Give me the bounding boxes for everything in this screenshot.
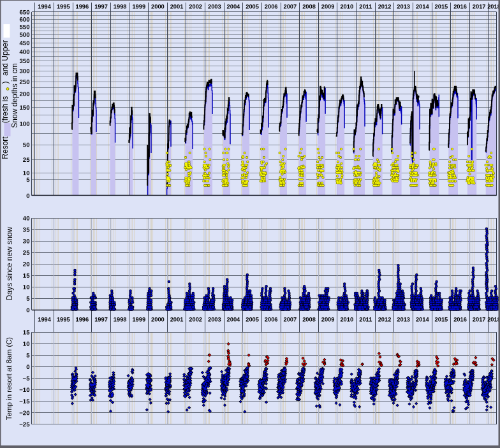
- svg-text:−5: −5: [23, 375, 31, 382]
- svg-text:2003: 2003: [208, 3, 221, 10]
- svg-text:2010: 2010: [340, 317, 353, 323]
- svg-text:2013: 2013: [397, 317, 410, 323]
- svg-text:1994: 1994: [38, 317, 52, 323]
- svg-text:2003: 2003: [208, 317, 221, 323]
- svg-text:600: 600: [19, 16, 29, 23]
- svg-text:2011: 2011: [359, 317, 372, 323]
- svg-text:35: 35: [23, 226, 30, 233]
- svg-text:1996: 1996: [76, 3, 89, 10]
- svg-text:−20: −20: [19, 409, 29, 416]
- svg-text:2002: 2002: [189, 3, 202, 10]
- svg-text:2009: 2009: [321, 3, 335, 10]
- svg-text:2012: 2012: [378, 317, 392, 323]
- svg-text:2005: 2005: [246, 3, 259, 10]
- svg-text:Days since new snow: Days since new snow: [5, 226, 14, 300]
- svg-text:Snow depths in cm: Snow depths in cm: [10, 63, 19, 127]
- svg-text:500: 500: [19, 31, 29, 38]
- svg-text:2004: 2004: [227, 317, 241, 323]
- svg-text:10: 10: [23, 170, 30, 177]
- svg-text:−10: −10: [19, 386, 29, 393]
- svg-text:30: 30: [23, 238, 30, 245]
- svg-text:2002: 2002: [189, 317, 202, 323]
- svg-text:10: 10: [23, 284, 30, 291]
- svg-text:−15: −15: [19, 398, 30, 405]
- svg-text:2005: 2005: [246, 317, 259, 323]
- svg-text:650: 650: [19, 8, 29, 15]
- svg-text:15: 15: [23, 329, 30, 336]
- svg-text:2001: 2001: [170, 317, 184, 323]
- svg-text:Resort: Resort: [1, 136, 10, 159]
- svg-text:(fresh is: (fresh is: [1, 96, 10, 124]
- svg-text:2000: 2000: [151, 317, 165, 323]
- svg-text:550: 550: [19, 24, 29, 31]
- svg-text:2014: 2014: [416, 3, 430, 10]
- svg-text:2016: 2016: [453, 317, 467, 323]
- svg-text:2001: 2001: [170, 3, 184, 10]
- svg-text:400: 400: [19, 48, 29, 55]
- svg-text:2017: 2017: [473, 3, 486, 10]
- svg-text:40: 40: [23, 215, 30, 222]
- svg-text:2012: 2012: [378, 3, 392, 10]
- svg-text:1999: 1999: [132, 3, 145, 10]
- svg-text:−25: −25: [19, 421, 30, 428]
- svg-text:150: 150: [19, 104, 29, 111]
- svg-text:20: 20: [23, 261, 30, 268]
- svg-text:2018: 2018: [487, 317, 500, 323]
- svg-text:1995: 1995: [57, 3, 70, 10]
- svg-text:1997: 1997: [94, 317, 108, 323]
- svg-text:2006: 2006: [265, 317, 278, 323]
- svg-text:100: 100: [19, 120, 29, 127]
- svg-text:0: 0: [26, 363, 29, 370]
- svg-text:2008: 2008: [302, 3, 316, 10]
- svg-text:2018: 2018: [487, 3, 500, 10]
- svg-text:Temp in resort at 8am (C): Temp in resort at 8am (C): [5, 337, 13, 421]
- svg-text:2009: 2009: [321, 317, 335, 323]
- svg-text:250: 250: [19, 78, 29, 85]
- svg-text:0: 0: [26, 192, 29, 199]
- svg-text:2004: 2004: [227, 3, 241, 10]
- svg-text:200: 200: [19, 90, 29, 98]
- svg-text:1999: 1999: [132, 317, 145, 323]
- svg-text:5: 5: [26, 352, 30, 359]
- svg-text:25: 25: [23, 249, 30, 256]
- svg-text:1995: 1995: [57, 317, 70, 323]
- svg-text:2007: 2007: [284, 317, 297, 323]
- svg-text:450: 450: [19, 40, 29, 47]
- svg-text:2014: 2014: [416, 317, 430, 323]
- svg-text:1996: 1996: [76, 317, 89, 323]
- svg-text:1994: 1994: [38, 3, 52, 10]
- svg-text:2015: 2015: [435, 317, 448, 323]
- svg-text:1997: 1997: [94, 3, 108, 10]
- svg-text:300: 300: [19, 68, 29, 75]
- svg-text:2006: 2006: [265, 3, 278, 10]
- svg-text:2010: 2010: [340, 3, 353, 10]
- svg-text:2011: 2011: [359, 3, 372, 10]
- svg-text:15: 15: [23, 272, 30, 279]
- svg-text:): ): [1, 82, 10, 84]
- svg-text:2007: 2007: [284, 3, 297, 10]
- svg-text:2016: 2016: [453, 3, 467, 10]
- svg-text:2008: 2008: [302, 317, 316, 323]
- svg-text:1998: 1998: [114, 317, 127, 323]
- svg-text:25: 25: [23, 156, 30, 163]
- svg-text:1998: 1998: [114, 3, 127, 10]
- svg-text:2015: 2015: [435, 3, 448, 10]
- svg-text:and Upper: and Upper: [1, 40, 10, 76]
- svg-text:0: 0: [26, 307, 29, 314]
- svg-text:2013: 2013: [397, 3, 410, 10]
- svg-text:5: 5: [26, 176, 30, 183]
- svg-text:10: 10: [23, 340, 30, 347]
- svg-text:5: 5: [26, 295, 30, 302]
- svg-text:350: 350: [19, 57, 29, 64]
- svg-text:2000: 2000: [151, 3, 165, 10]
- svg-text:50: 50: [23, 141, 30, 148]
- svg-text:2017: 2017: [473, 317, 486, 323]
